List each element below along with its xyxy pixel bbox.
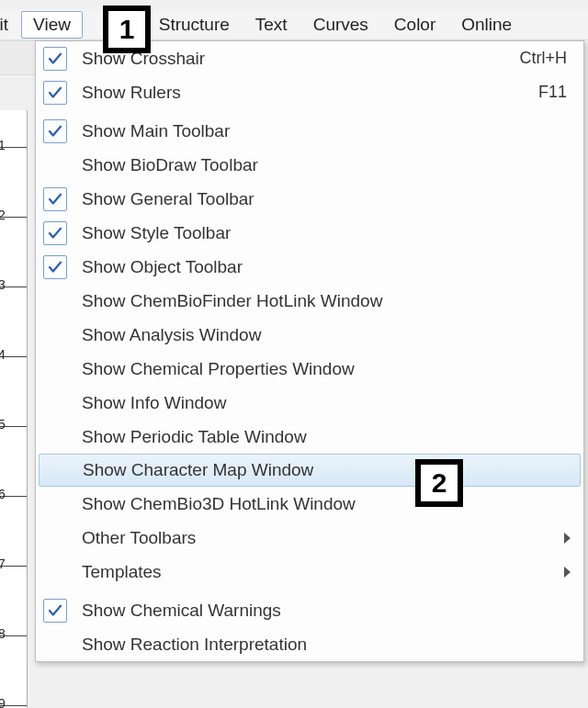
menu-check-slot	[42, 458, 70, 482]
menu-item-show-info-window[interactable]: Show Info Window	[36, 386, 583, 420]
menu-separator	[41, 590, 578, 591]
menubar-item-curves[interactable]: Curves	[300, 11, 381, 39]
ruler-tick-label: 7	[0, 556, 6, 571]
menu-item-show-chembio3d-hotlink-window[interactable]: Show ChemBio3D HotLink Window	[36, 487, 583, 521]
menu-item-show-style-toolbar[interactable]: Show Style Toolbar	[36, 216, 583, 250]
check-icon	[43, 119, 67, 143]
ruler-tick-label: 2	[0, 208, 6, 222]
check-icon	[43, 81, 67, 105]
menu-item-show-general-toolbar[interactable]: Show General Toolbar	[36, 182, 583, 216]
menu-item-label: Show Object Toolbar	[82, 257, 574, 277]
ruler-tick: 4	[0, 356, 27, 357]
menu-item-label: Show BioDraw Toolbar	[82, 155, 574, 175]
menu-check-slot	[41, 153, 69, 177]
menu-check-slot	[41, 323, 69, 347]
menu-item-other-toolbars[interactable]: Other Toolbars	[36, 521, 583, 555]
check-icon	[43, 187, 67, 211]
check-icon	[43, 47, 67, 71]
chevron-right-icon	[564, 567, 571, 578]
ruler-tick: 7	[0, 566, 27, 567]
menu-item-show-periodic-table-window[interactable]: Show Periodic Table Window	[36, 420, 583, 454]
menu-item-label: Show Periodic Table Window	[82, 427, 574, 447]
menubar-item-online[interactable]: Online	[448, 11, 525, 39]
menu-check-slot	[41, 187, 69, 211]
menu-item-show-rulers[interactable]: Show RulersF11	[36, 75, 583, 109]
menu-item-label: Show ChemBioFinder HotLink Window	[82, 291, 574, 311]
menu-item-show-character-map-window[interactable]: Show Character Map Window	[39, 454, 581, 487]
menu-check-slot	[41, 357, 69, 381]
menu-item-show-main-toolbar[interactable]: Show Main Toolbar	[36, 114, 583, 148]
callout-1-label: 1	[119, 14, 135, 45]
menubar-item-structure[interactable]: Structure	[146, 11, 243, 39]
menubar-item-text[interactable]: Text	[243, 11, 300, 39]
menu-item-label: Show Analysis Window	[82, 325, 574, 345]
ruler-tick-label: 8	[0, 626, 6, 641]
menu-item-show-chemical-warnings[interactable]: Show Chemical Warnings	[36, 593, 583, 627]
menu-check-slot	[41, 560, 69, 584]
menu-item-label: Show Main Toolbar	[82, 121, 574, 141]
toolbar-fragment	[0, 40, 37, 75]
callout-2-label: 2	[432, 467, 447, 499]
menu-check-slot	[41, 391, 69, 415]
menu-item-show-reaction-interpretation[interactable]: Show Reaction Interpretation	[36, 627, 583, 661]
ruler-tick: 6	[0, 496, 27, 497]
menu-item-label: Show Reaction Interpretation	[82, 635, 574, 655]
menu-check-slot	[41, 119, 69, 143]
ruler-tick: 2	[0, 217, 27, 218]
view-menu-dropdown: Show CrosshairCtrl+HShow RulersF11Show M…	[35, 40, 584, 662]
menu-item-show-chemical-properties-window[interactable]: Show Chemical Properties Window	[36, 352, 583, 386]
ruler-tick: 8	[0, 635, 27, 636]
menu-check-slot	[41, 255, 69, 279]
vertical-ruler: 123456789	[0, 110, 28, 708]
ruler-tick: 1	[0, 147, 27, 148]
menu-item-show-object-toolbar[interactable]: Show Object Toolbar	[36, 250, 583, 284]
ruler-tick: 9	[0, 705, 27, 706]
menu-check-slot	[41, 81, 69, 105]
ruler-tick-label: 1	[0, 138, 6, 152]
menubar: ditViewctStructureTextCurvesColorOnline	[0, 9, 588, 40]
menu-item-show-chembiofinder-hotlink-window[interactable]: Show ChemBioFinder HotLink Window	[36, 284, 583, 318]
menu-item-templates[interactable]: Templates	[36, 555, 583, 589]
menu-check-slot	[41, 425, 69, 449]
menu-check-slot	[41, 492, 69, 516]
check-icon	[43, 599, 67, 623]
menu-item-label: Show Chemical Properties Window	[82, 359, 574, 379]
menu-separator	[41, 111, 578, 112]
menu-item-show-analysis-window[interactable]: Show Analysis Window	[36, 318, 583, 352]
menu-check-slot	[41, 526, 69, 550]
check-icon	[43, 255, 67, 279]
menu-item-label: Show Character Map Window	[83, 460, 573, 480]
menu-item-label: Show Info Window	[82, 393, 574, 413]
menubar-item-view[interactable]: View	[21, 11, 83, 39]
menu-shortcut: F11	[538, 83, 574, 102]
menu-shortcut: Ctrl+H	[519, 49, 574, 68]
callout-1: 1	[103, 6, 151, 53]
ruler-tick-label: 4	[0, 347, 6, 362]
ruler-tick: 3	[0, 287, 27, 287]
menu-item-label: Show Style Toolbar	[82, 223, 574, 243]
menu-check-slot	[41, 221, 69, 245]
menu-item-label: Show Chemical Warnings	[82, 601, 574, 621]
menu-check-slot	[41, 47, 69, 71]
menu-check-slot	[41, 633, 69, 657]
menubar-item-color[interactable]: Color	[381, 11, 448, 39]
ruler-tick: 5	[0, 426, 27, 427]
menu-item-show-biodraw-toolbar[interactable]: Show BioDraw Toolbar	[36, 148, 583, 182]
ruler-tick-label: 9	[0, 696, 6, 708]
ruler-tick-label: 6	[0, 487, 6, 501]
menubar-item-dit[interactable]: dit	[0, 11, 21, 39]
menu-item-label: Show ChemBio3D HotLink Window	[82, 494, 574, 514]
menu-item-label: Show Rulers	[82, 83, 538, 103]
ruler-tick-label: 5	[0, 417, 6, 432]
menu-check-slot	[41, 289, 69, 313]
ruler-tick-label: 3	[0, 277, 6, 292]
check-icon	[43, 221, 67, 245]
callout-2: 2	[415, 459, 463, 507]
menu-item-label: Templates	[82, 562, 564, 582]
chevron-right-icon	[564, 533, 571, 544]
menu-check-slot	[41, 599, 69, 623]
menu-item-label: Other Toolbars	[82, 528, 564, 548]
menu-item-label: Show General Toolbar	[82, 189, 574, 209]
